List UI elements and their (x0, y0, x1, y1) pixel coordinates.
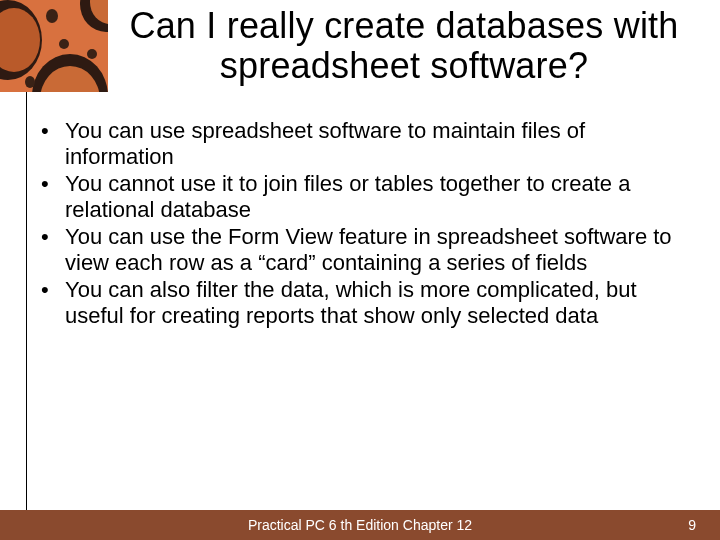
svg-point-8 (59, 39, 69, 49)
svg-point-7 (46, 9, 58, 23)
svg-point-10 (87, 49, 97, 59)
bullet-item: You can also filter the data, which is m… (35, 277, 690, 328)
bullet-item: You can use spreadsheet software to main… (35, 118, 690, 169)
svg-point-9 (25, 76, 35, 88)
footer-page-number: 9 (688, 517, 696, 533)
corner-image (0, 0, 108, 92)
vertical-divider (26, 92, 27, 510)
slide-footer: Practical PC 6 th Edition Chapter 12 9 (0, 510, 720, 540)
bullet-list: You can use spreadsheet software to main… (35, 118, 690, 328)
slide-title: Can I really create databases with sprea… (110, 6, 698, 87)
bullet-item: You can use the Form View feature in spr… (35, 224, 690, 275)
slide-body: You can use spreadsheet software to main… (35, 118, 690, 330)
bullet-item: You cannot use it to join files or table… (35, 171, 690, 222)
slide: Can I really create databases with sprea… (0, 0, 720, 540)
footer-text: Practical PC 6 th Edition Chapter 12 (0, 517, 720, 533)
